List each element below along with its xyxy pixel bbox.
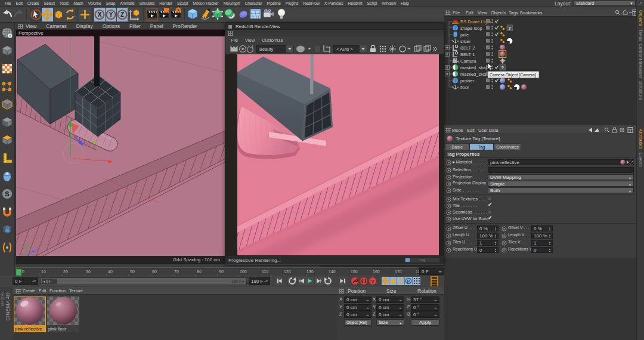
svg-text:X: X [98,11,102,18]
svg-text:shape loop: shape loop [460,26,482,31]
svg-text:Beauty: Beauty [259,47,274,52]
svg-text:30: 30 [86,270,91,274]
svg-text:S: S [5,190,9,197]
svg-text:pole: pole [460,32,469,38]
svg-text:40: 40 [108,270,113,274]
svg-text:110: 110 [262,270,268,274]
svg-text:Z: Z [120,11,124,18]
svg-text:?: ? [371,279,374,284]
svg-text:50: 50 [130,270,135,274]
svg-text:70: 70 [174,270,179,274]
svg-text:P: P [407,279,410,284]
svg-text:0: 0 [22,270,24,274]
svg-text:Camera Object [Camera]: Camera Object [Camera] [490,73,536,78]
svg-text:BELT 2: BELT 2 [460,45,475,51]
svg-text:Y: Y [109,11,113,18]
svg-text:160: 160 [373,270,380,274]
svg-text:Camera: Camera [460,58,477,64]
svg-text:pink floor: pink floor [48,326,67,332]
svg-text:?: ? [501,65,504,70]
svg-text:pink reflective: pink reflective [15,326,42,332]
svg-text:BELT 1: BELT 1 [460,52,475,57]
svg-text:Z: Z [36,247,38,251]
svg-text:120: 120 [284,270,291,274]
svg-text:pusher: pusher [460,78,474,84]
svg-text:130: 130 [306,270,314,274]
svg-text:140: 140 [329,270,336,274]
svg-text:80: 80 [197,270,202,274]
svg-text:floor: floor [460,85,469,90]
svg-text:150: 150 [351,270,358,274]
svg-text:Y: Y [23,242,26,246]
svg-text:170: 170 [395,270,402,274]
svg-text:20: 20 [63,270,68,274]
svg-text:180: 180 [416,270,419,274]
svg-text:masked_slices: masked_slices [460,72,490,77]
svg-text:90: 90 [219,270,224,274]
svg-text:10: 10 [41,270,46,274]
svg-text:100: 100 [240,270,247,274]
svg-text:< Auto >: < Auto > [336,47,354,52]
svg-text:60: 60 [152,270,157,274]
svg-text:?: ? [508,26,511,31]
svg-text:slicer: slicer [460,39,471,44]
